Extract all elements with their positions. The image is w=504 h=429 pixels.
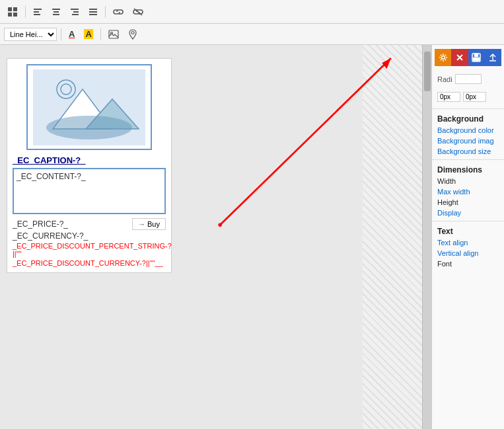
panel-divider-3 <box>432 221 504 221</box>
svg-rect-7 <box>52 9 60 10</box>
highlight-icon: A <box>84 29 92 39</box>
scrollbar[interactable] <box>422 45 431 429</box>
font-color-btn[interactable]: A <box>65 27 78 41</box>
buy-button[interactable]: → Buy <box>132 218 166 230</box>
align-right-btn[interactable] <box>67 5 83 19</box>
vertical-align-link[interactable]: Vertical align <box>432 248 504 258</box>
gear-icon <box>439 53 448 62</box>
svg-rect-10 <box>71 9 79 10</box>
background-size-link[interactable]: Background size <box>432 146 504 157</box>
save-button[interactable] <box>468 49 485 66</box>
svg-rect-4 <box>34 9 42 10</box>
unlink-icon <box>133 7 143 17</box>
panel-divider-2 <box>432 159 504 160</box>
display-row: Display <box>432 208 504 218</box>
align-left-btn[interactable] <box>30 5 46 19</box>
background-section-header: Background <box>432 112 504 125</box>
map-pin-icon <box>128 29 137 40</box>
display-link[interactable]: Display <box>437 209 461 217</box>
image-btn[interactable] <box>105 28 122 41</box>
maxwidth-row: Max width <box>432 186 504 197</box>
svg-rect-11 <box>73 11 79 13</box>
hatch-background <box>363 45 422 429</box>
font-color-icon: A <box>69 29 75 39</box>
svg-rect-6 <box>34 14 40 15</box>
close-button[interactable] <box>451 49 468 66</box>
canvas-area[interactable]: _EC_CAPTION-?_ _EC_CONTENT-?_ _EC_PRICE-… <box>0 45 422 429</box>
highlight-btn[interactable]: A <box>81 27 96 41</box>
font-row: Font <box>432 258 504 269</box>
product-image-container <box>26 64 152 150</box>
svg-point-23 <box>46 116 132 139</box>
divider3 <box>61 28 61 40</box>
text-align-link[interactable]: Text align <box>432 237 504 248</box>
upload-button[interactable] <box>485 49 501 66</box>
width-row: Width <box>432 176 504 186</box>
product-caption: _EC_CAPTION-?_ <box>13 155 166 165</box>
upload-icon <box>488 53 497 62</box>
link-btn[interactable] <box>110 5 127 19</box>
justify-btn[interactable] <box>85 5 101 19</box>
svg-rect-14 <box>89 11 97 13</box>
svg-rect-9 <box>53 14 59 15</box>
svg-rect-12 <box>72 14 79 15</box>
height-label: Height <box>437 198 458 206</box>
svg-rect-17 <box>109 30 118 38</box>
product-price-row: _EC_PRICE-?_ → Buy <box>13 218 166 230</box>
close-icon <box>456 54 464 61</box>
width-label: Width <box>437 177 456 185</box>
divider4 <box>100 28 101 40</box>
map-pin-btn[interactable] <box>125 27 141 42</box>
main-area: _EC_CAPTION-?_ _EC_CONTENT-?_ _EC_PRICE-… <box>0 45 504 429</box>
text-section-header: Text <box>432 224 504 237</box>
product-price: _EC_PRICE-?_ <box>13 219 68 229</box>
svg-rect-2 <box>8 13 12 17</box>
svg-rect-0 <box>8 7 12 11</box>
spacing-input-2[interactable]: 0px <box>463 92 486 102</box>
product-content-area[interactable]: _EC_CONTENT-?_ <box>13 168 166 214</box>
link-icon <box>113 7 124 17</box>
svg-point-19 <box>131 31 134 34</box>
svg-rect-33 <box>474 54 478 57</box>
justify-icon <box>89 7 98 17</box>
svg-rect-34 <box>473 58 480 61</box>
font-label: Font <box>437 260 452 268</box>
height-row: Height <box>432 197 504 208</box>
spacing-input-1[interactable]: 0px <box>437 92 460 102</box>
unlink-btn[interactable] <box>129 5 147 19</box>
background-color-link[interactable]: Background color <box>432 125 504 136</box>
dimensions-section-header: Dimensions <box>432 163 504 176</box>
svg-rect-8 <box>54 11 59 13</box>
spacing-row: 0px 0px <box>432 91 504 103</box>
save-icon <box>472 53 481 62</box>
product-discount1: _EC_PRICE_DISCOUNT_PERCENT_STRING-?||"" <box>13 242 166 258</box>
settings-button[interactable] <box>435 49 451 66</box>
product-image-svg <box>33 69 145 145</box>
align-center-btn[interactable] <box>48 5 64 19</box>
grid-icon <box>7 7 18 17</box>
line-height-select[interactable]: Line Hei... <box>4 28 57 41</box>
radius-input[interactable] <box>455 74 482 84</box>
toolbar-row2: Line Hei... A A <box>0 24 504 45</box>
buy-label: Buy <box>147 220 160 228</box>
align-center-icon <box>52 7 61 17</box>
image-icon <box>108 30 119 39</box>
product-discount2: _EC_PRICE_DISCOUNT_CURRENCY-?||""__ <box>13 259 166 267</box>
svg-rect-1 <box>13 7 17 11</box>
svg-point-28 <box>218 223 221 227</box>
product-currency: _EC_CURRENCY-?_ <box>13 231 166 241</box>
right-panel: Radi 0px 0px Background Background color… <box>431 45 504 429</box>
grid-icon-btn[interactable] <box>4 5 21 19</box>
divider1 <box>25 6 26 18</box>
svg-rect-3 <box>13 13 17 17</box>
align-right-icon <box>70 7 79 17</box>
maxwidth-link[interactable]: Max width <box>437 188 470 196</box>
background-image-link[interactable]: Background imag <box>432 136 504 146</box>
product-card[interactable]: _EC_CAPTION-?_ _EC_CONTENT-?_ _EC_PRICE-… <box>7 58 172 273</box>
scrollbar-thumb[interactable] <box>424 52 431 91</box>
panel-divider-1 <box>432 108 504 109</box>
svg-point-29 <box>441 56 445 59</box>
svg-rect-15 <box>89 14 97 15</box>
svg-rect-5 <box>34 11 39 13</box>
align-left-icon <box>33 7 42 17</box>
